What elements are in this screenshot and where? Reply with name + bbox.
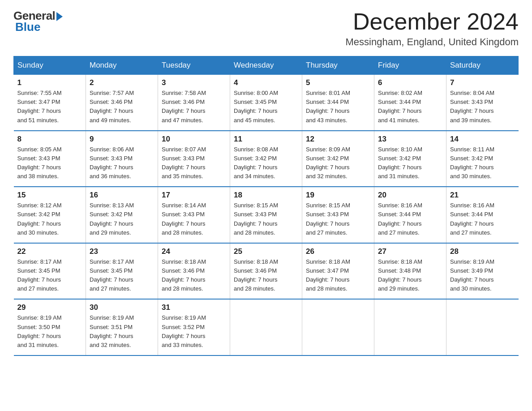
day-info: Sunrise: 8:19 AM Sunset: 3:50 PM Dayligh…	[17, 313, 82, 350]
day-number: 3	[162, 78, 226, 87]
calendar-body: 1Sunrise: 7:55 AM Sunset: 3:47 PM Daylig…	[14, 75, 519, 355]
day-info: Sunrise: 8:06 AM Sunset: 3:43 PM Dayligh…	[90, 145, 154, 181]
day-info: Sunrise: 8:08 AM Sunset: 3:42 PM Dayligh…	[234, 145, 298, 181]
day-info: Sunrise: 8:13 AM Sunset: 3:42 PM Dayligh…	[90, 201, 154, 237]
day-number: 30	[90, 303, 154, 312]
day-number: 19	[306, 191, 370, 200]
calendar-cell: 22Sunrise: 8:17 AM Sunset: 3:45 PM Dayli…	[14, 243, 86, 300]
calendar-cell: 24Sunrise: 8:18 AM Sunset: 3:46 PM Dayli…	[158, 243, 230, 300]
calendar-cell: 18Sunrise: 8:15 AM Sunset: 3:43 PM Dayli…	[230, 187, 302, 243]
day-number: 21	[450, 191, 515, 200]
logo-blue-text: Blue	[15, 20, 40, 34]
header-day-wednesday: Wednesday	[230, 56, 302, 75]
day-number: 31	[162, 303, 226, 312]
day-number: 10	[162, 135, 226, 144]
day-info: Sunrise: 8:17 AM Sunset: 3:45 PM Dayligh…	[90, 257, 154, 294]
calendar-cell: 26Sunrise: 8:18 AM Sunset: 3:47 PM Dayli…	[302, 243, 374, 300]
calendar-cell: 19Sunrise: 8:15 AM Sunset: 3:43 PM Dayli…	[302, 187, 374, 243]
day-info: Sunrise: 8:05 AM Sunset: 3:43 PM Dayligh…	[17, 145, 82, 181]
day-info: Sunrise: 8:02 AM Sunset: 3:44 PM Dayligh…	[378, 89, 442, 125]
header-day-saturday: Saturday	[446, 56, 519, 75]
logo-triangle-icon	[56, 12, 63, 21]
day-number: 28	[450, 247, 515, 256]
calendar-cell: 27Sunrise: 8:18 AM Sunset: 3:48 PM Dayli…	[374, 243, 446, 300]
day-info: Sunrise: 8:18 AM Sunset: 3:47 PM Dayligh…	[306, 257, 370, 294]
calendar-cell: 20Sunrise: 8:16 AM Sunset: 3:44 PM Dayli…	[374, 187, 446, 243]
calendar-cell: 23Sunrise: 8:17 AM Sunset: 3:45 PM Dayli…	[86, 243, 158, 300]
day-info: Sunrise: 8:19 AM Sunset: 3:51 PM Dayligh…	[90, 313, 154, 350]
calendar-cell: 29Sunrise: 8:19 AM Sunset: 3:50 PM Dayli…	[14, 299, 86, 355]
calendar-cell: 9Sunrise: 8:06 AM Sunset: 3:43 PM Daylig…	[86, 131, 158, 187]
calendar-cell: 13Sunrise: 8:10 AM Sunset: 3:42 PM Dayli…	[374, 131, 446, 187]
day-info: Sunrise: 8:18 AM Sunset: 3:46 PM Dayligh…	[162, 257, 226, 294]
logo: General Blue	[13, 9, 63, 34]
calendar-cell: 28Sunrise: 8:19 AM Sunset: 3:49 PM Dayli…	[446, 243, 519, 300]
day-number: 8	[17, 135, 82, 144]
week-row-3: 15Sunrise: 8:12 AM Sunset: 3:42 PM Dayli…	[14, 187, 519, 243]
day-info: Sunrise: 8:19 AM Sunset: 3:52 PM Dayligh…	[162, 313, 226, 350]
day-number: 11	[234, 135, 298, 144]
day-info: Sunrise: 8:16 AM Sunset: 3:44 PM Dayligh…	[378, 201, 442, 237]
calendar-cell	[230, 299, 302, 355]
day-info: Sunrise: 8:12 AM Sunset: 3:42 PM Dayligh…	[17, 201, 82, 237]
header-day-monday: Monday	[86, 56, 158, 75]
week-row-2: 8Sunrise: 8:05 AM Sunset: 3:43 PM Daylig…	[14, 131, 519, 187]
day-info: Sunrise: 8:09 AM Sunset: 3:42 PM Dayligh…	[306, 145, 370, 181]
day-number: 23	[90, 247, 154, 256]
day-number: 18	[234, 191, 298, 200]
day-info: Sunrise: 8:00 AM Sunset: 3:45 PM Dayligh…	[234, 89, 298, 125]
day-number: 1	[17, 78, 82, 87]
calendar-cell	[374, 299, 446, 355]
day-info: Sunrise: 8:16 AM Sunset: 3:44 PM Dayligh…	[450, 201, 515, 237]
title-section: December 2024 Messingham, England, Unite…	[346, 9, 519, 48]
calendar-cell: 8Sunrise: 8:05 AM Sunset: 3:43 PM Daylig…	[14, 131, 86, 187]
day-info: Sunrise: 8:11 AM Sunset: 3:42 PM Dayligh…	[450, 145, 515, 181]
calendar-cell: 10Sunrise: 8:07 AM Sunset: 3:43 PM Dayli…	[158, 131, 230, 187]
calendar-cell: 1Sunrise: 7:55 AM Sunset: 3:47 PM Daylig…	[14, 75, 86, 131]
page-header: General Blue December 2024 Messingham, E…	[13, 9, 519, 48]
calendar-cell: 4Sunrise: 8:00 AM Sunset: 3:45 PM Daylig…	[230, 75, 302, 131]
day-number: 12	[306, 135, 370, 144]
week-row-5: 29Sunrise: 8:19 AM Sunset: 3:50 PM Dayli…	[14, 299, 519, 355]
calendar-cell: 7Sunrise: 8:04 AM Sunset: 3:43 PM Daylig…	[446, 75, 519, 131]
day-number: 15	[17, 191, 82, 200]
day-number: 25	[234, 247, 298, 256]
header-day-friday: Friday	[374, 56, 446, 75]
header-day-tuesday: Tuesday	[158, 56, 230, 75]
week-row-1: 1Sunrise: 7:55 AM Sunset: 3:47 PM Daylig…	[14, 75, 519, 131]
day-number: 26	[306, 247, 370, 256]
day-info: Sunrise: 8:18 AM Sunset: 3:46 PM Dayligh…	[234, 257, 298, 294]
day-info: Sunrise: 7:55 AM Sunset: 3:47 PM Dayligh…	[17, 89, 82, 125]
location-title: Messingham, England, United Kingdom	[346, 36, 519, 48]
day-number: 27	[378, 247, 442, 256]
calendar-cell: 17Sunrise: 8:14 AM Sunset: 3:43 PM Dayli…	[158, 187, 230, 243]
calendar-cell: 5Sunrise: 8:01 AM Sunset: 3:44 PM Daylig…	[302, 75, 374, 131]
calendar-cell: 14Sunrise: 8:11 AM Sunset: 3:42 PM Dayli…	[446, 131, 519, 187]
day-info: Sunrise: 8:07 AM Sunset: 3:43 PM Dayligh…	[162, 145, 226, 181]
day-number: 5	[306, 78, 370, 87]
day-info: Sunrise: 8:15 AM Sunset: 3:43 PM Dayligh…	[306, 201, 370, 237]
calendar-table: SundayMondayTuesdayWednesdayThursdayFrid…	[13, 56, 519, 356]
day-number: 14	[450, 135, 515, 144]
calendar-cell: 2Sunrise: 7:57 AM Sunset: 3:46 PM Daylig…	[86, 75, 158, 131]
day-number: 6	[378, 78, 442, 87]
day-number: 29	[17, 303, 82, 312]
day-info: Sunrise: 8:01 AM Sunset: 3:44 PM Dayligh…	[306, 89, 370, 125]
calendar-cell: 16Sunrise: 8:13 AM Sunset: 3:42 PM Dayli…	[86, 187, 158, 243]
day-info: Sunrise: 7:57 AM Sunset: 3:46 PM Dayligh…	[90, 89, 154, 125]
week-row-4: 22Sunrise: 8:17 AM Sunset: 3:45 PM Dayli…	[14, 243, 519, 300]
day-info: Sunrise: 8:19 AM Sunset: 3:49 PM Dayligh…	[450, 257, 515, 294]
day-info: Sunrise: 8:10 AM Sunset: 3:42 PM Dayligh…	[378, 145, 442, 181]
calendar-cell: 11Sunrise: 8:08 AM Sunset: 3:42 PM Dayli…	[230, 131, 302, 187]
day-info: Sunrise: 8:17 AM Sunset: 3:45 PM Dayligh…	[17, 257, 82, 294]
calendar-cell: 30Sunrise: 8:19 AM Sunset: 3:51 PM Dayli…	[86, 299, 158, 355]
day-info: Sunrise: 8:04 AM Sunset: 3:43 PM Dayligh…	[450, 89, 515, 125]
day-number: 20	[378, 191, 442, 200]
calendar-cell: 12Sunrise: 8:09 AM Sunset: 3:42 PM Dayli…	[302, 131, 374, 187]
calendar-cell: 21Sunrise: 8:16 AM Sunset: 3:44 PM Dayli…	[446, 187, 519, 243]
day-number: 9	[90, 135, 154, 144]
day-number: 7	[450, 78, 515, 87]
day-info: Sunrise: 8:15 AM Sunset: 3:43 PM Dayligh…	[234, 201, 298, 237]
day-number: 2	[90, 78, 154, 87]
day-number: 24	[162, 247, 226, 256]
